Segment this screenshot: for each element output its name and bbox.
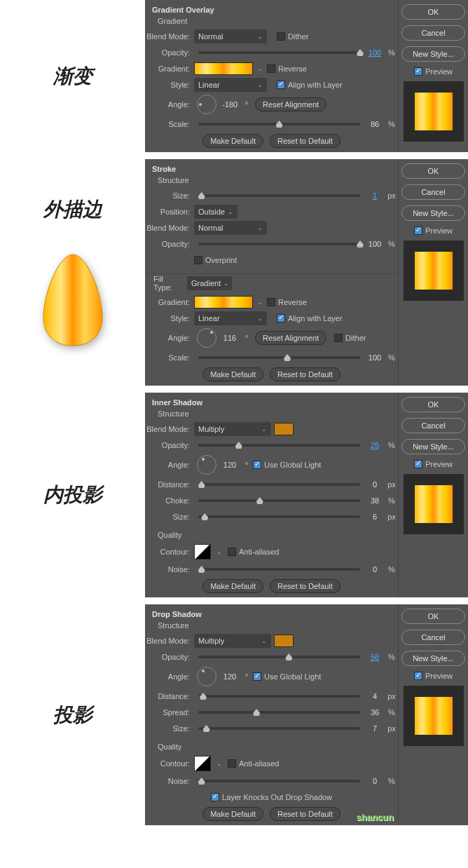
- fill-type-select[interactable]: Gradient⌄: [187, 276, 232, 290]
- preview-checkbox[interactable]: [414, 226, 422, 235]
- reset-default-button[interactable]: Reset to Default: [270, 807, 340, 821]
- ok-button[interactable]: OK: [401, 163, 465, 179]
- blend-mode-select[interactable]: Normal⌄: [194, 221, 267, 235]
- make-default-button[interactable]: Make Default: [202, 807, 263, 821]
- angle-value[interactable]: -180: [219, 100, 240, 109]
- angle-dial[interactable]: [197, 667, 216, 686]
- noise-slider[interactable]: [198, 568, 360, 571]
- ok-button[interactable]: OK: [401, 397, 465, 412]
- angle-dial[interactable]: [197, 95, 216, 114]
- reset-alignment-button[interactable]: Reset Alignment: [255, 331, 326, 345]
- preview-checkbox[interactable]: [414, 672, 422, 680]
- new-style-button[interactable]: New Style...: [401, 439, 465, 454]
- contour-label: Contour:: [145, 548, 194, 556]
- noise-slider[interactable]: [198, 780, 360, 782]
- anti-aliased-label: Anti-aliased: [239, 548, 279, 556]
- new-style-button[interactable]: New Style...: [401, 205, 465, 221]
- contour-swatch[interactable]: [194, 756, 211, 771]
- ok-button[interactable]: OK: [401, 4, 465, 20]
- noise-value[interactable]: 0: [364, 777, 385, 785]
- dither-checkbox[interactable]: [277, 32, 285, 41]
- blend-mode-select[interactable]: Multiply⌄: [194, 422, 271, 436]
- opacity-slider[interactable]: [198, 51, 360, 54]
- color-swatch[interactable]: [274, 635, 294, 647]
- dither-checkbox[interactable]: [334, 334, 343, 342]
- align-layer-checkbox[interactable]: [277, 314, 285, 323]
- angle-value[interactable]: 120: [219, 461, 240, 469]
- side-panel: OK Cancel New Style... Preview: [398, 159, 468, 386]
- opacity-slider[interactable]: [198, 656, 360, 658]
- size-slider[interactable]: [198, 515, 360, 518]
- scale-value[interactable]: 86: [364, 120, 385, 128]
- gradient-swatch[interactable]: [194, 62, 253, 75]
- chevron-down-icon[interactable]: ⌄: [216, 760, 222, 767]
- make-default-button[interactable]: Make Default: [202, 367, 263, 381]
- style-select[interactable]: Linear⌄: [194, 78, 267, 92]
- make-default-button[interactable]: Make Default: [202, 579, 263, 593]
- blend-mode-select[interactable]: Multiply⌄: [194, 634, 271, 648]
- color-swatch[interactable]: [274, 423, 294, 435]
- opacity-value[interactable]: 25: [364, 441, 385, 449]
- distance-value[interactable]: 0: [364, 480, 385, 489]
- new-style-button[interactable]: New Style...: [401, 46, 465, 62]
- angle-dial[interactable]: [197, 455, 216, 475]
- opacity-slider[interactable]: [198, 243, 360, 245]
- global-light-checkbox[interactable]: [253, 461, 261, 469]
- spread-value[interactable]: 36: [364, 708, 385, 717]
- reset-alignment-button[interactable]: Reset Alignment: [255, 97, 326, 111]
- angle-dial[interactable]: [197, 328, 216, 348]
- new-style-button[interactable]: New Style...: [401, 651, 465, 666]
- size-slider[interactable]: [198, 194, 360, 197]
- overprint-checkbox[interactable]: [194, 256, 202, 264]
- cancel-button[interactable]: Cancel: [401, 25, 465, 41]
- make-default-button[interactable]: Make Default: [202, 134, 263, 148]
- distance-value[interactable]: 4: [364, 692, 385, 700]
- preview-checkbox[interactable]: [414, 460, 422, 468]
- angle-value[interactable]: 116: [219, 334, 240, 342]
- unit-pct: %: [385, 441, 398, 449]
- opacity-value[interactable]: 100: [364, 48, 385, 57]
- align-layer-checkbox[interactable]: [277, 81, 285, 89]
- chevron-down-icon[interactable]: ⌄: [216, 548, 222, 555]
- scale-slider[interactable]: [198, 123, 360, 126]
- size-value[interactable]: 7: [364, 724, 385, 733]
- style-select[interactable]: Linear⌄: [194, 311, 267, 325]
- ok-button[interactable]: OK: [401, 609, 465, 624]
- gradient-swatch[interactable]: [194, 296, 253, 308]
- global-light-checkbox[interactable]: [253, 672, 261, 681]
- anti-aliased-checkbox[interactable]: [228, 759, 236, 768]
- opacity-slider[interactable]: [198, 444, 360, 447]
- distance-slider[interactable]: [198, 483, 360, 486]
- cancel-button[interactable]: Cancel: [401, 418, 465, 433]
- size-value[interactable]: 1: [364, 191, 385, 200]
- choke-slider[interactable]: [198, 499, 360, 502]
- scale-slider[interactable]: [198, 356, 360, 359]
- scale-value[interactable]: 100: [364, 353, 385, 362]
- anti-aliased-checkbox[interactable]: [228, 548, 236, 556]
- blend-mode-select[interactable]: Normal⌄: [194, 29, 267, 43]
- position-select[interactable]: Outside⌄: [194, 205, 238, 219]
- reverse-checkbox[interactable]: [267, 298, 275, 306]
- unit-pct: %: [385, 565, 398, 574]
- reverse-label: Reverse: [278, 298, 307, 306]
- opacity-value[interactable]: 100: [364, 240, 385, 248]
- knock-out-checkbox[interactable]: [211, 793, 219, 801]
- chevron-down-icon[interactable]: ⌄: [257, 299, 263, 306]
- size-value[interactable]: 6: [364, 513, 385, 521]
- cancel-button[interactable]: Cancel: [401, 630, 465, 645]
- choke-value[interactable]: 38: [364, 496, 385, 505]
- chevron-down-icon[interactable]: ⌄: [257, 65, 263, 72]
- reset-default-button[interactable]: Reset to Default: [270, 579, 340, 593]
- spread-slider[interactable]: [198, 711, 360, 714]
- reset-default-button[interactable]: Reset to Default: [270, 367, 340, 381]
- cancel-button[interactable]: Cancel: [401, 184, 465, 200]
- size-slider[interactable]: [198, 727, 360, 730]
- opacity-value[interactable]: 56: [364, 653, 385, 661]
- noise-value[interactable]: 0: [364, 565, 385, 574]
- angle-value[interactable]: 120: [219, 672, 240, 681]
- reset-default-button[interactable]: Reset to Default: [270, 134, 340, 148]
- contour-swatch[interactable]: [194, 544, 211, 560]
- distance-slider[interactable]: [198, 695, 360, 698]
- preview-checkbox[interactable]: [414, 67, 422, 76]
- reverse-checkbox[interactable]: [267, 65, 275, 73]
